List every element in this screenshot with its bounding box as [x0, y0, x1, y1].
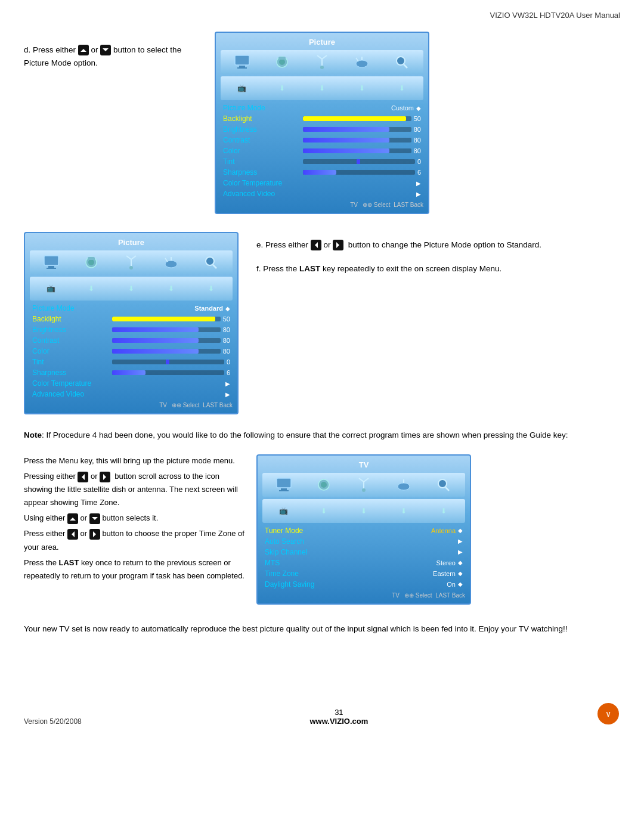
menu1-row-advanced-video: Advanced Video ▶ [221, 188, 423, 199]
svg-line-22 [126, 256, 131, 259]
sharpness-label: Sharpness [223, 168, 301, 176]
svg-line-36 [359, 478, 364, 482]
tv-icon-sm-3: ⬇ [352, 501, 375, 521]
tv-icon-sm-2: ⬇ [312, 501, 335, 521]
color-value: 80 [414, 147, 421, 154]
picture-mode-label: Picture Mode [223, 104, 301, 112]
vizio-logo: V [596, 702, 620, 726]
menu2-contrast-bar [112, 338, 221, 343]
svg-point-13 [397, 57, 405, 65]
tv-row-daylight-saving: Daylight Saving On ◆ [262, 579, 465, 590]
svg-rect-1 [239, 66, 245, 67]
svg-point-24 [129, 266, 133, 270]
icon2-small-5: ⬇ [200, 279, 222, 298]
page-header: VIZIO VW32L HDTV20A User Manual [0, 0, 644, 26]
tuner-mode-label: Tuner Mode [265, 527, 342, 535]
menu2-row-color-temp: Color Temperature ▶ [30, 378, 233, 389]
menu2-contrast-value: 80 [223, 337, 230, 344]
menu2-row-tint: Tint 0 [30, 357, 233, 367]
antenna-icon-3 [352, 475, 375, 494]
tv-icon-3 [273, 475, 295, 494]
color-bar [303, 148, 411, 153]
para-using: Using either or button selects it. [24, 512, 244, 525]
para-pressing: Pressing either or button scroll across … [24, 470, 244, 509]
menu2-color-label: Color [32, 347, 110, 355]
menu2-color-temp-label: Color Temperature [32, 379, 110, 388]
svg-point-39 [398, 483, 410, 490]
right-btn-3 [89, 529, 100, 540]
picture-menu-2: Picture [24, 232, 239, 414]
camera-icon [271, 52, 293, 72]
tv-icon [231, 52, 253, 72]
color-temp-arrow: ▶ [416, 180, 421, 187]
menu2-icons-row2: 📺 ⬇ ⬇ ⬇ ⬇ [30, 277, 233, 301]
right-button-icon [333, 240, 343, 250]
up-button-icon [78, 45, 89, 55]
svg-point-19 [88, 259, 94, 265]
section-top: d. Press either or button to select the … [24, 32, 620, 214]
section-bottom: Press the Menu key, this will bring up t… [24, 454, 620, 605]
skip-channel-label: Skip Channel [265, 548, 342, 556]
icon-small-4: ⬇ [351, 79, 373, 98]
menu1-title: Picture [221, 38, 423, 47]
color-label: Color [223, 147, 301, 155]
section-middle: Picture [24, 232, 620, 414]
note-text: Note: If Procedure 4 had been done, you … [24, 429, 620, 442]
menu2-backlight-label: Backlight [32, 315, 110, 323]
svg-line-37 [364, 478, 369, 482]
contrast-bar [303, 138, 411, 143]
svg-point-34 [321, 482, 327, 488]
tv-menu-icons-row2: 📺 ⬇ ⬇ ⬇ ⬇ [262, 499, 465, 523]
menu2-tint-value: 0 [227, 358, 230, 366]
closing-text: Your new TV set is now ready to automati… [24, 623, 620, 636]
svg-point-41 [438, 479, 447, 488]
contrast-value: 80 [414, 137, 421, 144]
camera-icon-2 [80, 253, 103, 272]
svg-rect-17 [47, 268, 56, 269]
icon2-small-1: 📺 [40, 279, 63, 298]
tuner-mode-arrow: ◆ [458, 527, 463, 534]
tv-menu-footer: TV ⊕⊕ Select LAST Back [262, 592, 465, 599]
tv-menu: TV [256, 454, 471, 605]
antenna-icon [311, 52, 333, 72]
up-btn-2 [67, 513, 78, 524]
advanced-video-arrow: ▶ [416, 191, 421, 197]
mts-arrow: ◆ [458, 559, 463, 566]
backlight-value: 50 [414, 115, 421, 122]
menu2-brightness-label: Brightness [32, 326, 110, 334]
menu1-footer-tv: TV [350, 202, 358, 208]
daylight-saving-value: On [447, 581, 456, 588]
main-content: d. Press either or button to select the … [0, 26, 644, 684]
svg-rect-15 [44, 256, 58, 265]
para-press-last: Press the LAST key once to return to the… [24, 556, 244, 583]
icon2-small-3: ⬇ [120, 279, 143, 298]
tv-icon-2 [40, 253, 63, 272]
menu2-brightness-value: 80 [223, 326, 230, 333]
tint-label: Tint [223, 157, 301, 166]
tv-menu-rows: Tuner Mode Antenna ◆ Auto Search ▶ Skip … [262, 525, 465, 590]
svg-line-7 [317, 55, 322, 59]
tv-icon-sm-5: ⬇ [432, 501, 455, 521]
tv-icon-sm-1: 📺 [273, 501, 295, 521]
menu2-icons [30, 250, 233, 274]
svg-rect-31 [281, 488, 287, 490]
tv-menu-title: TV [262, 460, 465, 469]
menu2-picture-mode-label: Picture Mode [32, 304, 110, 312]
search-icon-2 [200, 253, 222, 272]
svg-line-12 [356, 58, 358, 61]
time-zone-label: Time Zone [265, 569, 342, 578]
svg-line-8 [322, 55, 327, 59]
left-button-icon [311, 240, 321, 250]
picture-mode-value: Custom [391, 104, 414, 112]
menu2-row-contrast: Contrast 80 [30, 335, 233, 346]
menu1-footer: TV ⊕⊕ Select LAST Back [221, 202, 423, 208]
menu1-row-backlight: Backlight 50 [221, 113, 423, 124]
svg-rect-5 [278, 57, 286, 60]
menu2-contrast-label: Contrast [32, 336, 110, 345]
mts-label: MTS [265, 559, 342, 567]
auto-search-arrow: ▶ [458, 538, 463, 544]
search-icon [391, 52, 413, 72]
picture-menu-1: Picture [215, 32, 429, 214]
down-btn-2 [89, 513, 100, 524]
left-btn-2 [78, 472, 88, 482]
